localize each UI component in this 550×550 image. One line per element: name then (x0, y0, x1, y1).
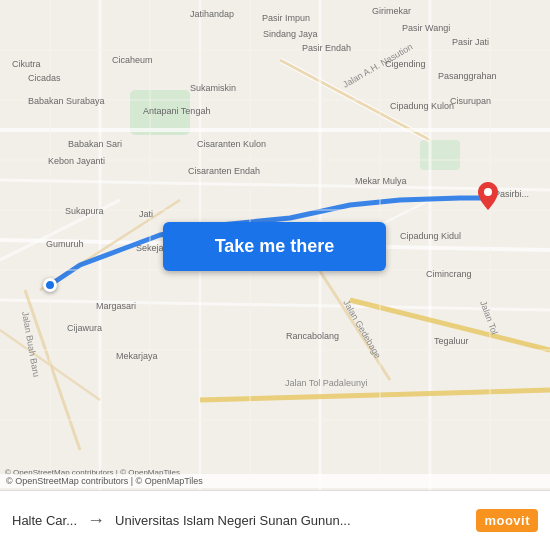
svg-text:Cijawura: Cijawura (67, 323, 102, 333)
svg-text:Babakan Surabaya: Babakan Surabaya (28, 96, 105, 106)
svg-text:Jalan Tol Padaleunyi: Jalan Tol Padaleunyi (285, 378, 367, 388)
moovit-logo-text: moovit (476, 509, 538, 532)
svg-text:Girimekar: Girimekar (372, 6, 411, 16)
svg-text:Rancabolang: Rancabolang (286, 331, 339, 341)
from-location: Halte Car... (12, 513, 77, 528)
svg-text:Cisurupan: Cisurupan (450, 96, 491, 106)
svg-text:Pasanggrahan: Pasanggrahan (438, 71, 497, 81)
svg-text:Jatihandap: Jatihandap (190, 9, 234, 19)
svg-text:Jati: Jati (139, 209, 153, 219)
svg-text:Cikutra: Cikutra (12, 59, 41, 69)
arrow-icon: → (87, 510, 105, 531)
svg-text:Cicaheum: Cicaheum (112, 55, 153, 65)
svg-text:Pasirbi...: Pasirbi... (494, 189, 529, 199)
svg-text:Cigending: Cigending (385, 59, 426, 69)
svg-text:Sukamiskin: Sukamiskin (190, 83, 236, 93)
svg-rect-2 (420, 140, 460, 170)
bottom-bar: Halte Car... → Universitas Islam Negeri … (0, 490, 550, 550)
svg-text:Cisaranten Endah: Cisaranten Endah (188, 166, 260, 176)
svg-text:Cicadas: Cicadas (28, 73, 61, 83)
svg-point-75 (484, 188, 492, 196)
destination-marker (478, 182, 498, 210)
svg-text:Antapani Tengah: Antapani Tengah (143, 106, 210, 116)
svg-text:Sukapura: Sukapura (65, 206, 104, 216)
svg-text:Gumuruh: Gumuruh (46, 239, 84, 249)
svg-text:Cimincrang: Cimincrang (426, 269, 472, 279)
attribution-bar: © OpenStreetMap contributors | © OpenMap… (0, 474, 550, 488)
svg-text:Cipadung Kidul: Cipadung Kidul (400, 231, 461, 241)
svg-text:Pasir Wangi: Pasir Wangi (402, 23, 450, 33)
svg-text:Pasir Endah: Pasir Endah (302, 43, 351, 53)
svg-text:Sindang Jaya: Sindang Jaya (263, 29, 318, 39)
to-location: Universitas Islam Negeri Sunan Gunun... (115, 513, 476, 528)
svg-text:Cipadung Kulon: Cipadung Kulon (390, 101, 454, 111)
svg-text:Mekarjaya: Mekarjaya (116, 351, 158, 361)
map-container: Jalan A.H. Nasution Jalan Buah Baru Jala… (0, 0, 550, 490)
attribution-text: © OpenStreetMap contributors | © OpenMap… (6, 476, 203, 486)
origin-marker (43, 278, 57, 292)
svg-text:Kebon Jayanti: Kebon Jayanti (48, 156, 105, 166)
moovit-logo: moovit (476, 509, 538, 532)
svg-text:Cisaranten Kulon: Cisaranten Kulon (197, 139, 266, 149)
svg-text:Mekar Mulya: Mekar Mulya (355, 176, 407, 186)
take-me-there-button[interactable]: Take me there (163, 222, 386, 271)
svg-text:Pasir Impun: Pasir Impun (262, 13, 310, 23)
svg-text:Margasari: Margasari (96, 301, 136, 311)
svg-text:Tegaluur: Tegaluur (434, 336, 469, 346)
svg-text:Babakan Sari: Babakan Sari (68, 139, 122, 149)
svg-text:Pasir Jati: Pasir Jati (452, 37, 489, 47)
